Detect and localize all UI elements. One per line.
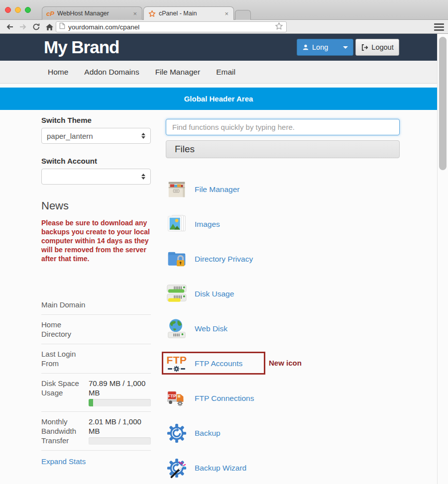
logout-label: Logout [371,43,393,51]
files-section-title: Files [175,144,195,155]
back-icon[interactable] [5,22,15,32]
server-bars-icon[interactable] [166,283,188,305]
tab-title: WebHost Manager [57,10,129,17]
banner-text: Global Header Area [184,95,253,103]
select-carets-icon [141,133,145,139]
user-icon [302,44,309,51]
folder-lock-icon[interactable] [166,248,188,270]
feature-link[interactable]: Backup Wizard [195,464,246,473]
backup-gear-icon[interactable] [166,422,188,444]
home-icon[interactable] [44,22,54,32]
nav-item-home[interactable]: Home [48,68,68,77]
feature-link[interactable]: Disk Usage [195,290,234,298]
minimize-window-button[interactable] [15,7,21,13]
browser-toolbar: yourdomain.com/cpanel [0,20,448,34]
new-tab-button[interactable] [235,10,251,20]
cpanel-logo-icon: cP [46,9,54,17]
chevron-down-icon [343,46,348,49]
tab-webhost-manager[interactable]: cP WebHost Manager × [42,6,142,20]
feature-link[interactable]: Directory Privacy [195,255,253,264]
feature-item-file-manager[interactable]: File Manager [166,172,400,207]
stat-row-home-directory: Home Directory [41,315,151,344]
files-section-header[interactable]: Files [166,140,400,158]
nav-item-addon-domains[interactable]: Addon Domains [84,68,139,77]
annotation-label: New icon [269,359,302,367]
backup-wizard-icon[interactable] [166,457,188,479]
feature-link[interactable]: Images [195,220,220,229]
brand-logo: My Brand [44,37,119,57]
reload-icon[interactable] [31,22,41,32]
photos-icon[interactable] [166,213,188,235]
tab-title: cPanel - Main [159,10,221,17]
global-header-banner: Global Header Area [0,88,437,110]
feature-link[interactable]: File Manager [195,185,239,194]
star-icon [148,9,156,17]
nav-item-file-manager[interactable]: File Manager [155,68,200,77]
address-bar[interactable]: yourdomain.com/cpanel [56,21,287,32]
search-input[interactable] [166,119,400,135]
main-nav: Home Addon Domains File Manager Email [0,61,437,84]
stats-list: Main Domain Home Directory Last Login Fr… [41,295,151,451]
page-scrollbar[interactable] [437,34,448,484]
zoom-window-button[interactable] [25,7,31,13]
sidebar: Switch Theme paper_lantern Switch Accoun… [41,116,151,466]
tab-close-icon[interactable]: × [132,10,138,17]
bandwidth-value: 2.01 MB / 1,000 MB [89,417,151,436]
stat-row-main-domain: Main Domain [41,295,151,315]
news-heading: News [41,199,151,212]
close-window-button[interactable] [5,7,11,13]
tab-close-icon[interactable]: × [224,10,229,17]
feature-list: File Manager Images [166,172,400,484]
feature-item-backup[interactable]: Backup [166,416,400,451]
switch-theme-label: Switch Theme [41,116,151,124]
scrollbar-thumb[interactable] [439,37,447,170]
feature-item-ftp-connections[interactable]: FTP [166,381,400,416]
feature-item-directory-privacy[interactable]: Directory Privacy [166,242,400,277]
feature-link[interactable]: Web Disk [195,324,227,333]
browser-menu-icon[interactable] [434,22,444,32]
file-cabinet-icon[interactable] [166,179,188,200]
switch-account-label: Switch Account [41,157,151,165]
logout-button[interactable]: Logout [355,39,399,56]
tab-cpanel-main[interactable]: cPanel - Main × [143,6,234,20]
news-message: Please be sure to download any backups y… [41,218,151,263]
main-content: Files [166,119,400,484]
browser-titlebar: cP WebHost Manager × cPanel - Main × [0,0,448,20]
account-select[interactable] [41,169,151,185]
feature-item-backup-wizard[interactable]: Backup Wizard [166,451,400,484]
theme-select[interactable]: paper_lantern [41,128,151,144]
user-dropdown-button[interactable]: Long [297,39,353,56]
feature-item-web-disk[interactable]: Web Disk [166,311,400,346]
expand-stats-link[interactable]: Expand Stats [41,457,86,466]
logout-icon [361,44,368,51]
select-carets-icon [141,174,145,180]
screen: cP WebHost Manager × cPanel - Main × [0,0,448,484]
bandwidth-progressbar [89,437,151,445]
forward-icon[interactable] [18,22,28,32]
page-icon [59,22,65,31]
url-text[interactable]: yourdomain.com/cpanel [68,23,275,31]
annotation-highlight-box [162,352,265,375]
bookmark-star-icon[interactable] [275,22,283,32]
disk-usage-progressbar [89,399,151,406]
disk-usage-progress-fill [89,399,93,406]
feature-link[interactable]: FTP Connections [195,394,254,403]
ftp-truck-icon[interactable]: FTP [166,387,188,409]
stat-row-bandwidth: Monthly Bandwidth Transfer 2.01 MB / 1,0… [41,412,151,451]
stat-row-last-login: Last Login From [41,344,151,374]
nav-item-email[interactable]: Email [216,68,235,77]
feature-link[interactable]: Backup [195,429,221,438]
feature-item-images[interactable]: Images [166,207,400,242]
truck-sign-text: FTP [168,393,176,398]
feature-item-disk-usage[interactable]: Disk Usage [166,277,400,311]
globe-server-icon[interactable] [166,318,188,340]
disk-usage-value: 70.89 MB / 1,000 MB [89,379,151,397]
theme-select-value: paper_lantern [47,132,93,140]
brand-header: My Brand Long Logout [0,34,437,61]
stat-row-disk-space: Disk Space Usage 70.89 MB / 1,000 MB [41,374,151,412]
user-name: Long [312,43,328,51]
